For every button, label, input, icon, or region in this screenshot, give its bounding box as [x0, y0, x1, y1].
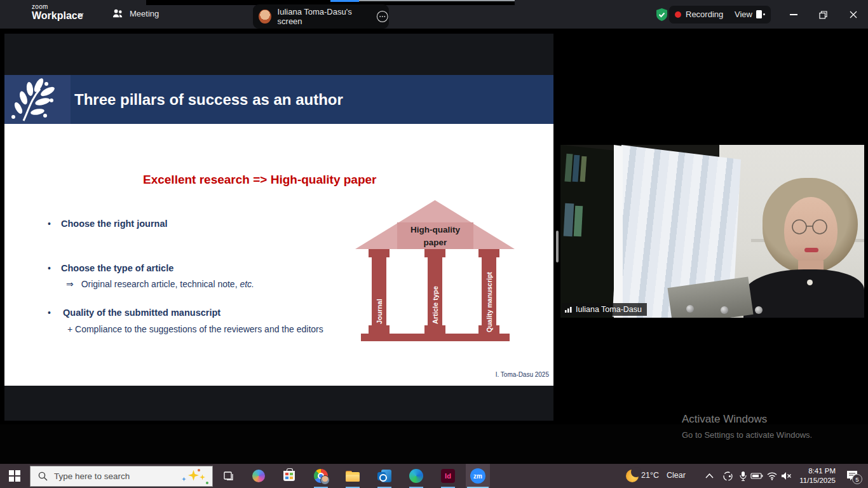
clock-time: 8:41 PM	[790, 466, 836, 476]
bullet-1: Choose the right journal	[61, 219, 168, 229]
arrow-glyph: ⇒	[66, 279, 74, 289]
strip-light-line	[359, 0, 515, 1]
bullet-marker: •	[48, 308, 51, 318]
indesign-button[interactable]: Id	[436, 464, 460, 488]
avatar	[259, 10, 271, 24]
slide-credit: I. Toma-Dasu 2025	[496, 371, 549, 378]
people-icon	[112, 8, 124, 20]
bullet-3-sub: + Compliance to the suggestions of the r…	[67, 324, 323, 334]
view-layout-dot	[763, 13, 765, 15]
tab-shared-screen-label: Iuliana Toma-Dasu's screen	[278, 7, 368, 26]
shared-screen-area: Three pillars of success as an author Ex…	[4, 34, 553, 421]
clock-date: 11/15/2025	[790, 476, 836, 485]
pillar-label-quality-manuscript: Quality manuscript	[482, 241, 496, 332]
book	[564, 203, 574, 237]
tab-shared-screen[interactable]: Iuliana Toma-Dasu's screen	[253, 4, 389, 29]
pendant	[807, 280, 813, 285]
minimize-button[interactable]	[783, 5, 804, 24]
pillar-cap	[424, 325, 445, 334]
pillar-cap	[369, 249, 390, 257]
slide: Three pillars of success as an author Ex…	[4, 75, 553, 386]
copilot-button[interactable]	[247, 464, 271, 488]
bullet-marker: •	[48, 263, 51, 273]
bullet-marker: •	[48, 219, 51, 229]
activate-windows-watermark: Activate Windows	[682, 413, 767, 426]
task-view-button[interactable]	[216, 464, 240, 488]
participant-name: Iuliana Toma-Dasu	[576, 305, 642, 314]
notification-center-button[interactable]: 5	[840, 464, 864, 488]
pillar-cap	[369, 325, 390, 334]
recording-label: Recording	[686, 10, 723, 19]
microsoft-store-button[interactable]	[277, 464, 301, 488]
zoom-logo: zoom Workplace	[32, 3, 83, 22]
scrollbar-handle[interactable]	[556, 231, 559, 262]
zoom-window: zoom Workplace Meeting Iuliana Toma-Dasu…	[0, 0, 868, 488]
outlook-button[interactable]	[372, 464, 397, 488]
video-tile[interactable]: Iuliana Toma-Dasu	[560, 145, 864, 318]
search-highlights-icon	[180, 467, 212, 486]
view-button[interactable]: View	[735, 10, 752, 19]
tray-expand-chevron[interactable]	[705, 473, 714, 478]
file-explorer-button[interactable]	[341, 464, 365, 488]
active-tab-accent	[330, 0, 359, 2]
bullet-2: Choose the type of article	[61, 263, 173, 273]
search-icon	[38, 471, 48, 481]
recording-dot-icon	[675, 11, 681, 18]
chrome-profile-avatar	[320, 475, 330, 485]
pillar-base	[361, 334, 510, 341]
chevron-down-icon[interactable]	[78, 13, 84, 17]
curtain-edge	[614, 145, 623, 318]
clock[interactable]: 8:41 PM 11/15/2025	[790, 466, 836, 485]
close-button[interactable]	[843, 5, 864, 24]
slide-heading: Excellent research => High-quality paper	[143, 173, 376, 187]
notification-badge: 5	[852, 474, 862, 484]
search-placeholder: Type here to search	[54, 471, 130, 481]
laurel-icon	[4, 75, 71, 124]
windows-taskbar: Type here to search	[0, 464, 868, 488]
view-layout-icon	[756, 10, 762, 18]
zoom-app-button[interactable]: zm	[466, 464, 490, 488]
glasses	[787, 219, 836, 235]
activate-windows-watermark-sub: Go to Settings to activate Windows.	[682, 430, 812, 440]
meeting-top-bar: zoom Workplace Meeting Iuliana Toma-Dasu…	[0, 0, 868, 29]
pillar-label-article-type: Article type	[428, 253, 442, 324]
edge-button[interactable]	[404, 464, 428, 488]
knob	[686, 305, 694, 313]
search-input[interactable]: Type here to search	[30, 466, 213, 487]
weather-condition[interactable]: Clear	[667, 471, 686, 480]
pillar-label-journal: Journal	[372, 257, 386, 324]
knob	[755, 306, 763, 314]
tab-options-icon[interactable]	[376, 10, 389, 24]
start-button[interactable]	[3, 464, 27, 488]
connection-bars-icon	[564, 306, 573, 313]
tab-meeting-label: Meeting	[130, 9, 159, 18]
brand-zoom: zoom	[32, 3, 83, 10]
laurel-logo	[4, 75, 71, 124]
slide-header: Three pillars of success as an author	[4, 75, 553, 124]
weather-temp[interactable]: 21°C	[641, 471, 659, 480]
brand-workplace: Workplace	[32, 10, 83, 22]
security-shield-icon[interactable]	[655, 8, 668, 22]
tab-meeting[interactable]: Meeting	[112, 8, 159, 20]
slide-title: Three pillars of success as an author	[74, 75, 343, 124]
participant-nametag: Iuliana Toma-Dasu	[562, 303, 647, 316]
lips	[804, 248, 818, 252]
bullet-3: Quality of the submitted manuscript	[63, 308, 220, 318]
maximize-button[interactable]	[812, 5, 834, 24]
chrome-button[interactable]	[309, 464, 333, 488]
bullet-2-sub: ⇒ Original research article, technical n…	[66, 279, 254, 289]
knob	[721, 306, 728, 314]
roof-label: High-quality paper	[381, 224, 489, 249]
book	[574, 206, 583, 237]
